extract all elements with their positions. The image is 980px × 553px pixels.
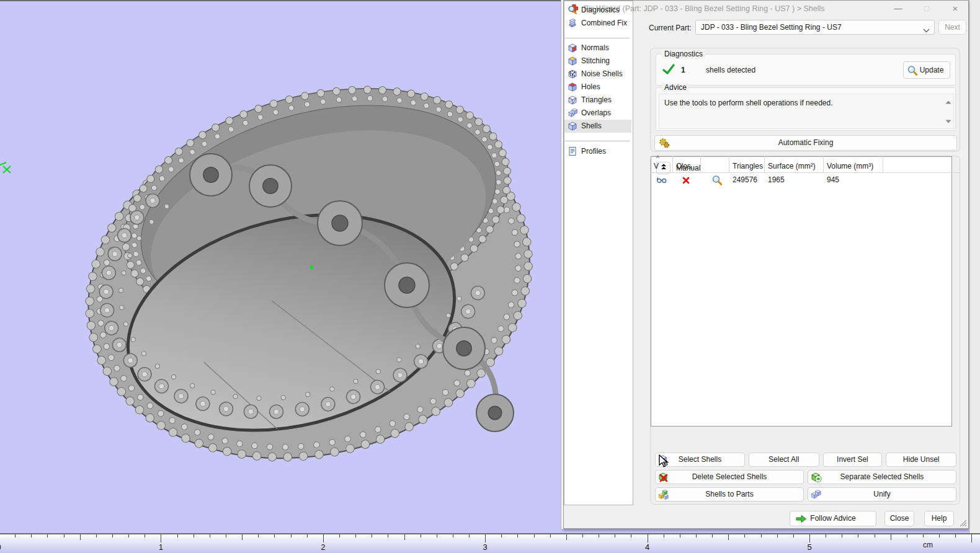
- automatic-fixing-button[interactable]: Automatic Fixing: [654, 135, 957, 151]
- sidebar-item-diagnostics[interactable]: Diagnostics: [564, 4, 631, 17]
- select-all-button[interactable]: Select All: [749, 453, 819, 467]
- delete-selected-shells-button[interactable]: Delete Selected Shells: [655, 470, 804, 484]
- ruler-tick: [955, 534, 956, 538]
- resize-grip[interactable]: [959, 519, 966, 526]
- close-button[interactable]: Close: [884, 511, 914, 526]
- ruler-number: 3: [483, 542, 488, 552]
- shell-count: 1: [681, 66, 685, 74]
- help-button[interactable]: Help: [924, 511, 954, 526]
- sidebar-item-triangles[interactable]: Triangles: [564, 94, 631, 107]
- invert-selection-button[interactable]: Invert Sel: [823, 453, 883, 467]
- sidebar-item-stitching[interactable]: Stitching: [564, 55, 631, 68]
- table-row[interactable]: 249576 1965 945: [651, 173, 960, 188]
- magnifier-icon[interactable]: [711, 175, 723, 188]
- separate-selected-shells-button[interactable]: Separate Selected Shells: [808, 470, 956, 484]
- advice-group-title: Advice: [662, 83, 689, 92]
- ruler-tick: [274, 534, 275, 538]
- ring-render[interactable]: [0, 0, 563, 533]
- ruler-tick: [826, 534, 826, 538]
- ruler-tick: [534, 534, 535, 538]
- ruler-tick: [939, 534, 940, 538]
- close-window-button[interactable]: ×: [946, 1, 964, 16]
- follow-advice-button[interactable]: Follow Advice: [790, 511, 876, 526]
- sidebar-item-holes[interactable]: Holes: [564, 81, 631, 94]
- sidebar-item-shells[interactable]: Shells: [564, 120, 631, 133]
- maximize-button[interactable]: □: [917, 1, 936, 16]
- viewport-top-border: [0, 0, 563, 1]
- diagnostics-icon: [568, 5, 577, 15]
- scroll-down-icon[interactable]: [945, 117, 951, 125]
- ruler-tick: [696, 534, 697, 538]
- shells-icon: [568, 121, 577, 131]
- ruler-tick: [648, 534, 648, 542]
- profiles-icon: [568, 146, 577, 156]
- unify-icon: [811, 489, 822, 505]
- table-header: ^V Clos... Triangles Surface (mm²) Volum…: [651, 156, 960, 173]
- column-header-volume[interactable]: Volume (mm³): [824, 156, 883, 172]
- advice-text: Use the tools to perform shell operation…: [664, 99, 931, 107]
- ruler-tick: [517, 534, 518, 538]
- not-closed-icon: [682, 177, 690, 186]
- hide-unselected-button[interactable]: Hide Unsel: [886, 453, 956, 467]
- diagnostics-groupbox: Diagnostics 1 shells detected Update: [656, 54, 956, 86]
- update-button[interactable]: Update: [903, 61, 950, 79]
- normals-icon: [568, 43, 577, 53]
- ruler-number: 2: [321, 542, 325, 552]
- column-header-inspect[interactable]: [701, 156, 729, 172]
- glasses-icon[interactable]: [656, 176, 667, 186]
- ruler-tick: [161, 534, 161, 542]
- noise-shells-icon: [568, 69, 577, 79]
- column-header-triangles[interactable]: Triangles: [729, 156, 765, 172]
- sidebar-item-profiles[interactable]: Profiles: [564, 145, 631, 158]
- ruler-tick: [145, 534, 145, 538]
- ruler-tick: [323, 534, 324, 542]
- ruler-tick: [777, 534, 778, 538]
- ring-model[interactable]: [44, 47, 563, 520]
- advice-textbox: Use the tools to perform shell operation…: [659, 94, 954, 129]
- ruler-tick: [712, 534, 713, 538]
- ruler-tick: [421, 534, 421, 538]
- ring-detail: [263, 179, 278, 193]
- app-right-strip: [969, 0, 980, 533]
- green-arrow-icon: [795, 514, 808, 529]
- selection-point-marker: [310, 266, 313, 269]
- ruler-tick: [15, 534, 16, 538]
- advice-groupbox: Advice Use the tools to perform shell op…: [656, 87, 956, 131]
- ruler-tick: [307, 534, 308, 538]
- sidebar-item-overlaps[interactable]: Overlaps: [564, 107, 631, 120]
- ruler-tick: [680, 534, 680, 538]
- sidebar-item-combined-fix[interactable]: Combined Fix: [564, 17, 631, 30]
- ruler-tick: [47, 534, 48, 538]
- column-header-closed[interactable]: Clos...: [673, 156, 701, 172]
- diagnostics-message: shells detected: [706, 66, 755, 74]
- magnifier-icon: [907, 65, 918, 82]
- ruler-tick: [194, 534, 194, 538]
- column-header-visible[interactable]: ^V: [651, 156, 673, 172]
- sidebar-item-noise-shells[interactable]: Noise Shells: [564, 68, 631, 81]
- ruler-tick: [485, 534, 486, 542]
- ruler-tick: [96, 534, 97, 538]
- current-part-combobox[interactable]: JDP - 033 - Bling Bezel Setting Ring - U…: [695, 20, 935, 35]
- sort-ascending-indicator: ^: [656, 155, 659, 162]
- ring-detail: [399, 277, 415, 293]
- ruler-tick: [550, 534, 551, 538]
- diagnostics-panel: Diagnostics 1 shells detected Update Adv…: [650, 48, 960, 152]
- scroll-up-icon[interactable]: [945, 97, 951, 106]
- combined-fix-icon: [568, 18, 577, 28]
- minimize-button[interactable]: —: [889, 1, 907, 16]
- sidebar-item-normals[interactable]: Normals: [564, 42, 631, 55]
- ruler-number: 5: [807, 542, 811, 552]
- ruler-tick: [80, 534, 81, 540]
- ruler-tick: [128, 534, 129, 538]
- wizard-sidebar: Diagnostics Combined Fix Normals Stitchi…: [564, 1, 633, 505]
- ruler-tick: [226, 534, 226, 538]
- cell-closed: [673, 173, 701, 188]
- unify-button[interactable]: Unify: [808, 487, 956, 502]
- ruler-tick: [258, 534, 259, 538]
- shell-edit-button-row: Delete Selected Shells Separate Selected…: [655, 470, 956, 484]
- shells-to-parts-button[interactable]: Shells to Parts: [655, 487, 804, 502]
- ruler-tick: [355, 534, 356, 538]
- column-header-surface[interactable]: Surface (mm²): [765, 156, 824, 172]
- ruler-tick: [875, 534, 875, 538]
- next-button[interactable]: Next: [938, 20, 966, 35]
